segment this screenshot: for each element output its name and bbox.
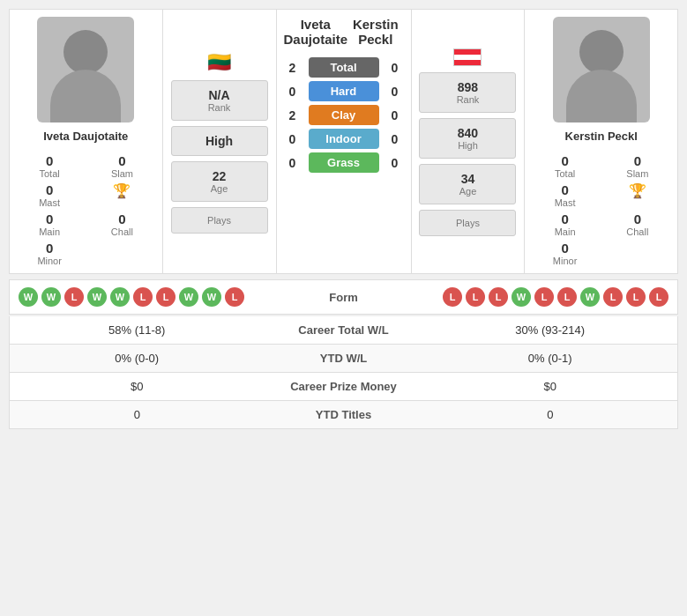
right-form-4: W bbox=[512, 287, 531, 307]
surfaces-list: 2 Total 0 0 Hard 0 2 Clay 0 0 bbox=[284, 54, 404, 176]
right-form-6: L bbox=[557, 287, 577, 307]
right-career-wl: 30% (93-214) bbox=[432, 323, 669, 337]
right-prize: $0 bbox=[432, 380, 669, 393]
left-form: W W L W W L L W W L bbox=[19, 287, 291, 307]
left-ytd-wl: 0% (0-0) bbox=[19, 352, 256, 365]
right-form-1: L bbox=[443, 287, 462, 307]
right-player-avatar bbox=[553, 17, 650, 122]
left-stats-grid: 0 Total 0 Slam 0 Mast 🏆 0 Main bbox=[17, 153, 155, 266]
surface-btn-clay: Clay bbox=[309, 105, 379, 125]
surface-total: 2 Total 0 bbox=[284, 57, 404, 78]
left-form-4: W bbox=[87, 287, 107, 307]
form-label: Form bbox=[291, 291, 397, 304]
right-flag-container bbox=[453, 48, 482, 66]
left-plays-box: Plays bbox=[171, 207, 268, 234]
left-stat-total: 0 Total bbox=[17, 153, 82, 179]
right-form-3: L bbox=[489, 287, 508, 307]
left-form-9: W bbox=[202, 287, 221, 307]
surface-grass: 0 Grass 0 bbox=[284, 152, 404, 173]
left-stat-main: 0 Main bbox=[17, 212, 82, 237]
surface-btn-indoor: Indoor bbox=[309, 129, 379, 149]
left-trophy-icon: 🏆 bbox=[89, 182, 154, 208]
right-form: L L L W L L W L L L bbox=[397, 287, 669, 307]
left-form-7: L bbox=[156, 287, 175, 307]
right-flag bbox=[453, 48, 482, 66]
matchup-section: Iveta Daujotaite 0 Total 0 Slam 0 Mast 🏆 bbox=[9, 9, 678, 274]
left-form-8: W bbox=[179, 287, 198, 307]
left-age-box: 22 Age bbox=[171, 161, 268, 202]
left-form-1: W bbox=[19, 287, 38, 307]
surface-indoor: 0 Indoor 0 bbox=[284, 129, 404, 149]
right-middle-stats: 898 Rank 840 High 34 Age Plays bbox=[411, 10, 525, 273]
right-stat-chall: 0 Chall bbox=[605, 212, 670, 237]
right-form-8: L bbox=[603, 287, 623, 307]
form-section: W W L W W L L W W L Form L L L W L L W L… bbox=[9, 279, 678, 315]
left-rank-box: N/A Rank bbox=[171, 80, 268, 121]
right-stat-mast: 0 Mast bbox=[532, 182, 597, 208]
left-high-box: High bbox=[171, 126, 268, 156]
left-flag-container: 🇱🇹 bbox=[207, 51, 231, 74]
ytd-wl-row: 0% (0-0) YTD W/L 0% (0-1) bbox=[9, 345, 678, 373]
ytd-titles-label: YTD Titles bbox=[256, 408, 432, 421]
right-high-box: 840 High bbox=[419, 118, 516, 159]
left-player-card: Iveta Daujotaite 0 Total 0 Slam 0 Mast 🏆 bbox=[10, 10, 163, 273]
right-form-9: L bbox=[626, 287, 646, 307]
left-name-top: Iveta Daujotaite bbox=[284, 17, 348, 47]
right-form-2: L bbox=[466, 287, 485, 307]
right-age-box: 34 Age bbox=[419, 164, 516, 204]
surface-btn-grass: Grass bbox=[309, 152, 379, 173]
right-stat-main: 0 Main bbox=[532, 212, 597, 237]
right-form-7: W bbox=[580, 287, 600, 307]
surface-clay: 2 Clay 0 bbox=[284, 105, 404, 125]
right-ytd-titles: 0 bbox=[432, 408, 669, 421]
right-name-top: Kerstin Peckl bbox=[347, 17, 403, 47]
trophy-icon-right: 🏆 bbox=[629, 182, 646, 199]
career-wl-row: 58% (11-8) Career Total W/L 30% (93-214) bbox=[9, 316, 678, 345]
left-stat-minor: 0 Minor bbox=[17, 241, 82, 266]
right-form-5: L bbox=[534, 287, 554, 307]
left-form-10: L bbox=[225, 287, 244, 307]
left-player-name: Iveta Daujotaite bbox=[43, 130, 128, 143]
center-matchup: Iveta Daujotaite Kerstin Peckl 2 Total 0… bbox=[277, 10, 411, 273]
left-middle-stats: 🇱🇹 N/A Rank High 22 Age Plays bbox=[163, 10, 277, 273]
left-player-avatar bbox=[37, 17, 134, 122]
left-stat-slam: 0 Slam bbox=[89, 153, 154, 179]
right-plays-box: Plays bbox=[419, 210, 516, 236]
left-stat-mast: 0 Mast bbox=[17, 182, 82, 208]
right-player-name: Kerstin Peckl bbox=[565, 130, 638, 143]
surface-btn-total: Total bbox=[309, 57, 379, 78]
right-stat-slam: 0 Slam bbox=[605, 153, 670, 179]
left-career-wl: 58% (11-8) bbox=[19, 323, 256, 337]
surface-btn-hard: Hard bbox=[309, 81, 379, 101]
right-ytd-wl: 0% (0-1) bbox=[432, 352, 669, 365]
trophy-icon-left: 🏆 bbox=[113, 182, 131, 199]
avatar-head-left bbox=[63, 30, 108, 74]
ytd-wl-label: YTD W/L bbox=[256, 352, 432, 365]
left-form-5: W bbox=[110, 287, 130, 307]
avatar-head-right bbox=[579, 30, 624, 74]
left-prize: $0 bbox=[19, 380, 256, 393]
right-stat-total: 0 Total bbox=[532, 153, 597, 179]
left-stat-chall: 0 Chall bbox=[89, 212, 154, 237]
right-stat-minor: 0 Minor bbox=[532, 241, 597, 266]
left-form-3: L bbox=[64, 287, 84, 307]
left-ytd-titles: 0 bbox=[19, 408, 256, 421]
main-container: Iveta Daujotaite 0 Total 0 Slam 0 Mast 🏆 bbox=[0, 0, 687, 438]
prize-row: $0 Career Prize Money $0 bbox=[9, 373, 678, 401]
right-rank-box: 898 Rank bbox=[419, 72, 516, 113]
left-form-2: W bbox=[41, 287, 61, 307]
right-stats-grid: 0 Total 0 Slam 0 Mast 🏆 0 Main bbox=[532, 153, 670, 266]
career-wl-label: Career Total W/L bbox=[256, 323, 432, 337]
right-form-10: L bbox=[649, 287, 668, 307]
ytd-titles-row: 0 YTD Titles 0 bbox=[9, 401, 678, 429]
left-form-6: L bbox=[133, 287, 153, 307]
right-trophy-icon: 🏆 bbox=[605, 182, 670, 208]
right-player-card: Kerstin Peckl 0 Total 0 Slam 0 Mast 🏆 bbox=[524, 10, 677, 273]
avatar-body-right bbox=[566, 70, 637, 122]
avatar-body-left bbox=[50, 70, 121, 122]
left-flag: 🇱🇹 bbox=[207, 51, 231, 74]
surface-hard: 0 Hard 0 bbox=[284, 81, 404, 101]
prize-label: Career Prize Money bbox=[256, 380, 432, 393]
